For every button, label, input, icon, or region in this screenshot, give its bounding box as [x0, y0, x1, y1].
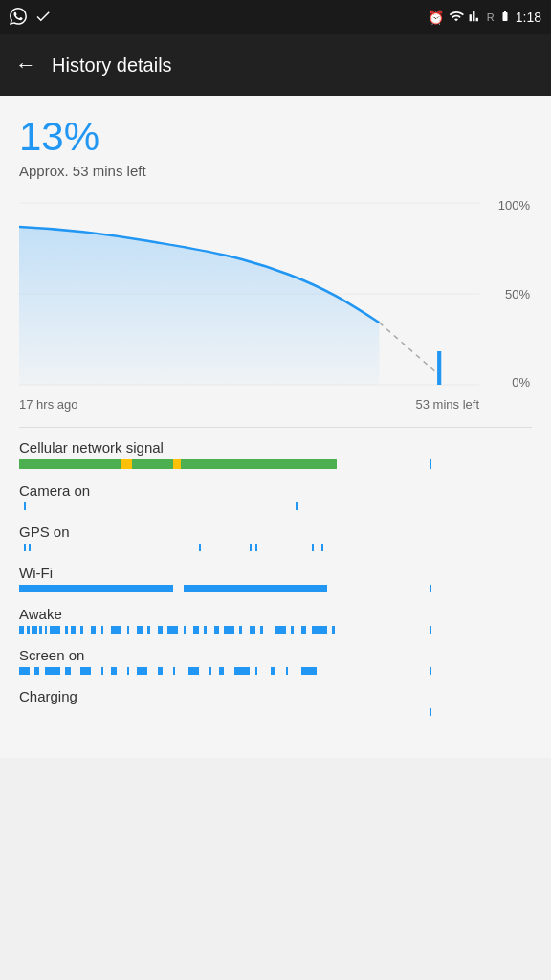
aw-right-dot [430, 626, 431, 634]
battery-time-remaining: Approx. 53 mins left [19, 163, 532, 179]
sc12 [188, 667, 199, 675]
camera-label: Camera on [19, 482, 532, 499]
aw26 [276, 626, 286, 634]
aw18 [184, 626, 187, 634]
camera-dot-1 [24, 502, 26, 510]
alarm-icon: ⏰ [428, 10, 444, 25]
sc13 [209, 667, 211, 675]
charging-label: Charging [19, 688, 532, 704]
gps-dot-6 [312, 544, 314, 551]
activity-row-cellular: Cellular network signal [19, 439, 532, 469]
camera-dot-2 [296, 502, 298, 510]
aw15 [147, 626, 150, 634]
awake-label: Awake [19, 606, 532, 622]
aw3 [32, 626, 36, 634]
aw4 [39, 626, 42, 634]
toolbar: ← History details [0, 34, 551, 96]
sc2 [34, 667, 39, 675]
battery-percentage: 13% [19, 115, 532, 159]
charging-bar [19, 708, 532, 716]
cellular-yellow-1 [121, 459, 132, 469]
sc5 [80, 667, 91, 675]
awake-bar [19, 626, 532, 634]
gps-dot-4 [250, 544, 252, 551]
activity-row-screen: Screen on [19, 647, 532, 675]
main-content: 13% Approx. 53 mins left [0, 96, 551, 758]
sc7 [111, 667, 116, 675]
cellular-yellow-2 [173, 459, 181, 469]
sc3 [45, 667, 60, 675]
sc14 [219, 667, 224, 675]
aw6 [50, 626, 60, 634]
aw27 [291, 626, 294, 634]
status-bar-right-icons: ⏰ R 1:18 [428, 9, 541, 27]
activity-row-wifi: Wi-Fi [19, 565, 532, 592]
gps-dot-3 [199, 544, 201, 551]
battery-charging-icon [499, 9, 511, 27]
aw22 [224, 626, 234, 634]
screen-label: Screen on [19, 647, 532, 663]
cellular-track [19, 459, 532, 469]
whatsapp-icon [10, 8, 27, 28]
aw19 [193, 626, 198, 634]
chart-x-labels: 17 hrs ago 53 mins left [19, 397, 532, 412]
aw1 [19, 626, 24, 634]
back-button[interactable]: ← [15, 53, 36, 78]
aw11 [101, 626, 104, 634]
sc8 [127, 667, 130, 675]
signal-icon [469, 9, 482, 27]
gps-dot-1 [24, 544, 26, 551]
aw24 [250, 626, 254, 634]
cellular-blue-dot [430, 459, 431, 469]
chart-label-100: 100% [498, 198, 530, 212]
aw28 [301, 626, 306, 634]
aw30 [332, 626, 335, 634]
time-display: 1:18 [516, 10, 541, 25]
app-icon [34, 8, 52, 28]
cellular-label: Cellular network signal [19, 439, 532, 456]
battery-chart: 100% 50% 0% [19, 198, 532, 390]
chart-y-labels: 100% 50% 0% [479, 198, 532, 390]
sc10 [158, 667, 163, 675]
gps-bar [19, 544, 532, 551]
aw8 [71, 626, 76, 634]
aw20 [204, 626, 207, 634]
charging-dot [430, 708, 431, 716]
sc19 [301, 667, 317, 675]
aw13 [127, 626, 130, 634]
status-bar: ⏰ R 1:18 [0, 0, 551, 34]
aw16 [158, 626, 163, 634]
gps-dot-2 [29, 544, 31, 551]
aw25 [260, 626, 263, 634]
signal-r-icon: R [487, 11, 495, 23]
sc11 [173, 667, 176, 675]
aw21 [214, 626, 219, 634]
aw29 [312, 626, 327, 634]
sc18 [286, 667, 289, 675]
aw9 [80, 626, 83, 634]
chart-graph [19, 198, 479, 390]
aw12 [111, 626, 121, 634]
aw14 [137, 626, 142, 634]
activity-section: Cellular network signal Camera on [19, 439, 532, 739]
activity-row-charging: Charging [19, 688, 532, 716]
activity-row-gps: GPS on [19, 523, 532, 551]
chart-label-0: 0% [512, 375, 530, 390]
activity-row-awake: Awake [19, 606, 532, 634]
sc4 [65, 667, 70, 675]
chart-label-end: 53 mins left [416, 397, 479, 412]
sc15 [234, 667, 250, 675]
page-title: History details [52, 55, 172, 77]
chart-label-50: 50% [505, 287, 530, 301]
gps-label: GPS on [19, 523, 532, 540]
aw5 [45, 626, 48, 634]
aw10 [91, 626, 96, 634]
wifi-bar-1 [19, 585, 173, 592]
sc-right-dot [430, 667, 431, 675]
aw17 [167, 626, 178, 634]
sc6 [101, 667, 104, 675]
aw2 [27, 626, 30, 634]
wifi-bar [19, 585, 532, 592]
aw7 [65, 626, 68, 634]
wifi-dot-right [430, 585, 431, 592]
